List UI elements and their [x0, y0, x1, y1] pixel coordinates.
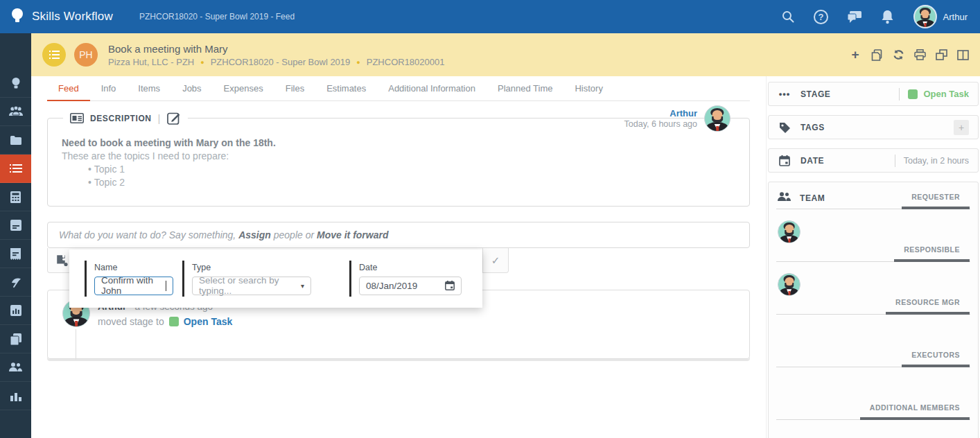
- feed-action-text: moved stage to: [98, 316, 164, 327]
- type-field-label: Type: [192, 263, 349, 272]
- sidebar-item-documents[interactable]: [0, 211, 31, 240]
- description-author-stamp: Arthur Today, 6 hours ago: [624, 105, 730, 132]
- legend-divider: |: [158, 112, 161, 124]
- stage-dots-icon: •••: [778, 89, 791, 99]
- author-avatar[interactable]: [704, 105, 730, 132]
- entity-avatar-initials[interactable]: PH: [74, 43, 98, 67]
- entity-menu-button[interactable]: [42, 43, 66, 67]
- tab-feed[interactable]: Feed: [47, 76, 90, 101]
- crumb-dot-icon: ●: [200, 59, 204, 66]
- description-line: These are the topics I need to prepare:: [62, 150, 735, 163]
- user-menu[interactable]: Arthur: [913, 5, 968, 28]
- left-sidebar: [0, 33, 31, 438]
- tab-jobs[interactable]: Jobs: [171, 76, 212, 101]
- resource-mgr-members: [769, 315, 978, 351]
- tab-estimates[interactable]: Estimates: [315, 76, 377, 101]
- description-line-bold: Need to book a meeting with Mary on the …: [62, 137, 735, 150]
- print-button[interactable]: [913, 49, 926, 61]
- text-cursor: [166, 281, 166, 291]
- sidebar-item-tasks-active[interactable]: [0, 155, 31, 183]
- sidebar-item-invoices[interactable]: [0, 240, 31, 268]
- app-name: Skills Workflow: [32, 10, 113, 24]
- sidebar-item-estimates[interactable]: [0, 183, 31, 211]
- tab-planned-time[interactable]: Planned Time: [487, 76, 564, 101]
- confirm-check-button[interactable]: ✓: [482, 248, 508, 272]
- add-button[interactable]: +: [849, 49, 861, 61]
- duplicate-button[interactable]: [870, 49, 883, 61]
- feed-timeline-line: [76, 329, 76, 360]
- type-field-select[interactable]: Select or search by typing...▾: [192, 277, 311, 295]
- sidebar-item-templates[interactable]: [0, 325, 31, 353]
- date-field-input[interactable]: 08/Jan/2019: [359, 277, 462, 295]
- top-bar: Skills Workflow PZHCOR18020 - Super Bowl…: [0, 0, 980, 33]
- sidebar-item-resources[interactable]: [0, 268, 31, 297]
- stage-label: STAGE: [800, 89, 830, 99]
- team-section-additional-members: ADDITIONAL MEMBERS: [860, 403, 970, 420]
- messages-icon[interactable]: [847, 9, 862, 24]
- description-card-icon: [70, 113, 84, 123]
- card-divider: [895, 155, 895, 167]
- stage-value[interactable]: Open Task: [908, 89, 969, 99]
- requester-members: [769, 209, 978, 245]
- receipt-icon: [10, 248, 21, 260]
- card-divider: [899, 88, 900, 100]
- breadcrumb: PZHCOR18020 - Super Bowl 2019 - Feed: [139, 12, 295, 21]
- page-title: Book a meeting with Mary: [108, 42, 444, 55]
- executors-members: [769, 367, 978, 403]
- printer-icon: [914, 49, 926, 60]
- crumb-project[interactable]: PZHCOR18020 - Super Bowl 2019: [211, 57, 351, 67]
- stage-card: ••• STAGE Open Task: [768, 82, 979, 106]
- date-field-label: Date: [359, 263, 462, 272]
- help-icon[interactable]: ?: [814, 9, 829, 24]
- team-section-requester: REQUESTER: [902, 193, 970, 209]
- sidebar-item-home[interactable]: [0, 69, 31, 98]
- feed-stage-link[interactable]: Open Task: [184, 316, 233, 327]
- field-accent-bar: [85, 261, 87, 297]
- tab-expenses[interactable]: Expenses: [213, 76, 274, 101]
- right-panel: ••• STAGE Open Task TAGS + DATE: [766, 76, 980, 438]
- windows-button[interactable]: [935, 49, 947, 61]
- composer-placeholder: What do you want to do? Say something, A…: [59, 229, 388, 240]
- refresh-button[interactable]: [892, 49, 904, 61]
- sidebar-item-analytics[interactable]: [0, 382, 31, 410]
- tab-history[interactable]: History: [563, 76, 613, 101]
- description-label: DESCRIPTION: [90, 114, 152, 123]
- cascade-windows-icon: [936, 49, 947, 60]
- search-icon[interactable]: [780, 9, 796, 24]
- edit-pencil-icon[interactable]: [167, 112, 181, 125]
- plugin-puzzle-icon[interactable]: [55, 254, 69, 267]
- sidebar-item-team[interactable]: [0, 353, 31, 382]
- composer-input[interactable]: What do you want to do? Say something, A…: [47, 222, 750, 248]
- two-people-icon: [9, 362, 22, 372]
- people-group-icon: [9, 106, 23, 117]
- notifications-bell-icon[interactable]: [880, 9, 895, 24]
- add-tag-button[interactable]: +: [954, 120, 969, 135]
- tab-items[interactable]: Items: [127, 76, 171, 101]
- quick-create-popup: Name Confirm with John Type Select or se…: [69, 249, 482, 308]
- requester-avatar[interactable]: [778, 220, 800, 243]
- calendar-icon: [445, 281, 455, 290]
- sidebar-item-projects[interactable]: [0, 126, 31, 155]
- hamburger-list-icon: [49, 51, 60, 59]
- crumb-task[interactable]: PZHCOR18020001: [367, 57, 445, 67]
- tags-card: TAGS +: [768, 115, 979, 139]
- tab-additional-information[interactable]: Additional Information: [377, 76, 487, 101]
- team-label: TEAM: [800, 193, 825, 203]
- author-name[interactable]: Arthur: [624, 108, 697, 119]
- date-value[interactable]: Today, in 2 hours: [904, 156, 969, 166]
- tag-icon: [778, 122, 791, 133]
- tab-info[interactable]: Info: [90, 76, 128, 101]
- stage-color-square: [908, 89, 918, 99]
- split-view-button[interactable]: [956, 49, 969, 61]
- tab-files[interactable]: Files: [274, 76, 315, 101]
- copy-pages-icon: [10, 333, 21, 345]
- sidebar-item-clients[interactable]: [0, 98, 31, 126]
- umbrella-icon: [10, 277, 22, 288]
- sidebar-item-reports-doc[interactable]: [0, 297, 31, 325]
- columns-icon: [957, 50, 969, 60]
- responsible-avatar[interactable]: [778, 273, 800, 296]
- calendar-icon: [778, 155, 791, 166]
- crumb-client[interactable]: Pizza Hut, LLC - PZH: [108, 57, 194, 67]
- field-accent-bar: [349, 261, 351, 297]
- name-field-input[interactable]: Confirm with John: [94, 277, 173, 295]
